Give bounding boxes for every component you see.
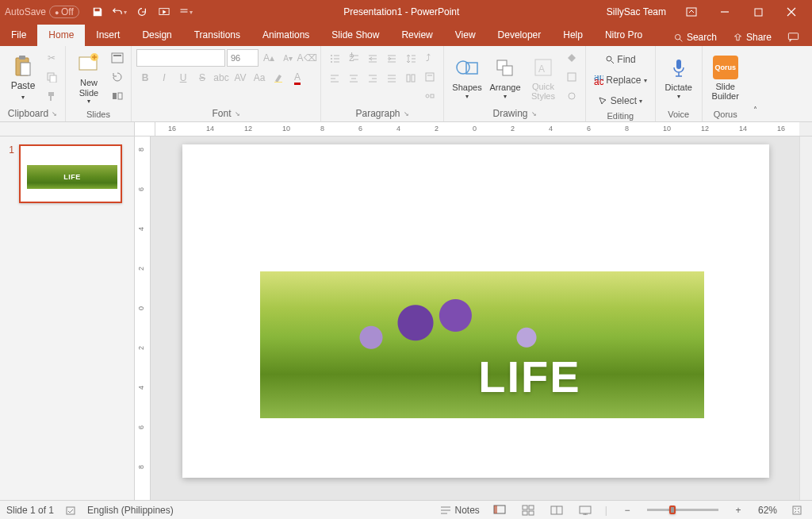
section-icon[interactable] (109, 87, 126, 105)
redo-icon[interactable] (132, 2, 152, 22)
change-case-icon[interactable]: Aa (251, 69, 268, 86)
font-launcher[interactable]: ↘ (235, 110, 240, 117)
drawing-launcher[interactable]: ↘ (531, 110, 537, 117)
tab-developer[interactable]: Developer (487, 25, 553, 46)
highlight-icon[interactable] (270, 69, 287, 86)
save-icon[interactable] (87, 2, 108, 22)
font-size-combo[interactable]: 96 (227, 49, 259, 67)
zoom-percent[interactable]: 62% (758, 505, 777, 516)
slide-builder-button[interactable]: Qorus Slide Builder (707, 49, 744, 106)
slide-canvas[interactable]: LIFE (151, 136, 799, 500)
status-language[interactable]: English (Philippines) (87, 505, 174, 516)
reset-slide-icon[interactable] (109, 68, 126, 86)
sorter-view-icon[interactable] (519, 503, 537, 517)
slide-thumbnail-1[interactable]: LIFE (19, 144, 122, 203)
slideshow-view-icon[interactable] (576, 503, 594, 517)
quickbar-more-icon[interactable]: ▾ (176, 2, 197, 22)
align-right-icon[interactable] (364, 69, 381, 86)
align-left-icon[interactable] (326, 69, 343, 86)
reading-view-icon[interactable] (548, 503, 565, 517)
strike-icon[interactable]: S (193, 69, 211, 86)
clear-format-icon[interactable]: A⌫ (298, 49, 316, 67)
close-button[interactable] (776, 0, 807, 24)
comments-icon[interactable] (781, 29, 806, 46)
group-voice: Dictate▾ Voice (656, 46, 703, 121)
horizontal-ruler[interactable]: 1614121086420246810121416 (155, 122, 799, 136)
spellcheck-icon[interactable] (65, 505, 76, 516)
underline-icon[interactable]: U (174, 69, 192, 86)
vertical-ruler[interactable]: 864202468 (135, 136, 151, 500)
select-button[interactable]: Select ▾ (591, 92, 650, 110)
shapes-button[interactable]: Shapes▾ (449, 49, 485, 106)
svg-rect-23 (412, 75, 415, 82)
indent-dec-icon[interactable] (364, 49, 381, 67)
copy-icon[interactable] (43, 68, 60, 86)
numbering-icon[interactable]: 12 (345, 49, 362, 67)
cut-icon[interactable]: ✂ (43, 49, 60, 67)
share-button[interactable]: Share (726, 29, 778, 46)
slide-thumbnails-panel[interactable]: 1 LIFE (0, 136, 135, 500)
slide-1[interactable]: LIFE (182, 144, 769, 478)
search-button[interactable]: Search (667, 29, 723, 46)
autosave-toggle[interactable]: AutoSave ● Off (5, 6, 79, 18)
tab-help[interactable]: Help (552, 25, 594, 46)
paste-button[interactable]: Paste▾ (5, 49, 41, 106)
italic-icon[interactable]: I (155, 69, 173, 86)
find-button[interactable]: Find (591, 51, 650, 68)
tab-insert[interactable]: Insert (85, 25, 131, 46)
bullets-icon[interactable] (326, 49, 343, 67)
clipboard-launcher[interactable]: ↘ (52, 110, 57, 117)
format-painter-icon[interactable] (43, 87, 60, 105)
notes-button[interactable]: Notes (440, 505, 479, 516)
tab-view[interactable]: View (444, 25, 487, 46)
justify-icon[interactable] (383, 69, 400, 86)
new-slide-button[interactable]: New Slide ▾ (71, 49, 107, 106)
replace-button[interactable]: abac Replace ▾ (591, 71, 650, 89)
dictate-button[interactable]: Dictate▾ (661, 49, 697, 106)
zoom-out-icon[interactable]: − (619, 503, 636, 517)
zoom-in-icon[interactable]: + (730, 503, 747, 517)
ribbon-options-icon[interactable] (676, 0, 707, 24)
char-spacing-icon[interactable]: AV (232, 69, 249, 86)
smartart-icon[interactable] (421, 87, 439, 105)
svg-rect-16 (274, 82, 282, 83)
slide-layout-icon[interactable] (109, 49, 126, 67)
line-spacing-icon[interactable] (402, 49, 419, 67)
text-direction-icon[interactable]: ⤴ (421, 49, 439, 67)
shadow-icon[interactable]: abc (213, 69, 230, 86)
paragraph-launcher[interactable]: ↘ (404, 110, 409, 117)
tab-slideshow[interactable]: Slide Show (320, 25, 390, 46)
font-color-icon[interactable]: A (289, 69, 306, 86)
shape-outline-icon[interactable] (563, 68, 580, 86)
zoom-slider[interactable] (647, 509, 718, 511)
indent-inc-icon[interactable] (383, 49, 400, 67)
fit-window-icon[interactable] (788, 503, 806, 517)
shrink-font-icon[interactable]: A▾ (279, 49, 297, 67)
tab-design[interactable]: Design (131, 25, 182, 46)
arrange-button[interactable]: Arrange▾ (487, 49, 523, 106)
align-center-icon[interactable] (345, 69, 362, 86)
tab-review[interactable]: Review (390, 25, 443, 46)
start-slideshow-icon[interactable] (154, 2, 174, 22)
svg-point-3 (675, 34, 680, 40)
vertical-scrollbar[interactable] (799, 136, 812, 500)
tab-nitro[interactable]: Nitro Pro (594, 25, 653, 46)
tab-file[interactable]: File (0, 25, 37, 46)
maximize-button[interactable] (742, 0, 774, 24)
tab-home[interactable]: Home (37, 25, 85, 46)
undo-icon[interactable]: ▾ (109, 2, 130, 22)
quick-styles-button[interactable]: A Quick Styles (525, 49, 561, 106)
shape-fill-icon[interactable] (563, 49, 580, 67)
font-name-combo[interactable] (136, 49, 225, 67)
columns-icon[interactable] (402, 69, 419, 86)
bold-icon[interactable]: B (136, 69, 154, 86)
collapse-ribbon-icon[interactable]: ˄ (749, 101, 763, 118)
normal-view-icon[interactable] (491, 503, 508, 517)
tab-animations[interactable]: Animations (251, 25, 320, 46)
tab-transitions[interactable]: Transitions (183, 25, 251, 46)
minimize-button[interactable] (709, 0, 741, 24)
slide-image[interactable]: LIFE (260, 271, 704, 418)
align-text-icon[interactable] (421, 68, 439, 86)
grow-font-icon[interactable]: A▴ (260, 49, 278, 67)
shape-effects-icon[interactable] (563, 87, 580, 105)
